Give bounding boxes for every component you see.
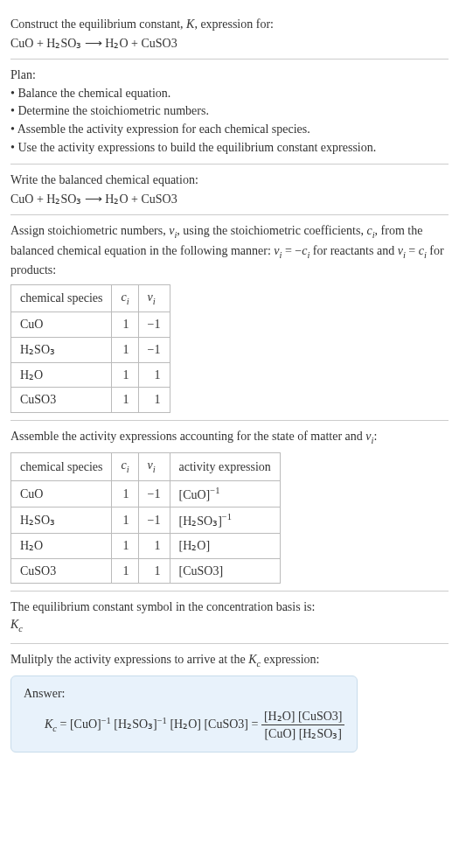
table-header-row: chemical species ci νi activity expressi… xyxy=(11,453,281,480)
cell-vi: −1 xyxy=(138,337,170,362)
col-activity: activity expression xyxy=(170,453,280,480)
multiply-section: Mulitply the activity expressions to arr… xyxy=(10,644,449,752)
activity-text: Assemble the activity expressions accoun… xyxy=(10,428,449,447)
plan-step-4: • Use the activity expressions to build … xyxy=(10,139,449,157)
cell-vi: 1 xyxy=(138,362,170,388)
kc-symbol: Kc xyxy=(10,616,449,635)
plan-step-1: • Balance the chemical equation. xyxy=(10,85,449,102)
cell-vi: 1 xyxy=(138,534,170,559)
col-species: chemical species xyxy=(11,284,112,312)
table-row: CuO 1 −1 [CuO]−1 xyxy=(11,480,281,507)
table-row: H₂SO₃ 1 −1 [H₂SO₃]−1 xyxy=(11,507,281,533)
cell-species: CuO xyxy=(11,480,112,507)
cell-ci: 1 xyxy=(112,507,138,533)
col-vi: νi xyxy=(138,453,170,480)
assign-text: Assign stoichiometric numbers, νi, using… xyxy=(10,222,449,279)
cell-ci: 1 xyxy=(112,312,138,338)
cell-species: CuSO3 xyxy=(11,558,112,584)
col-ci: ci xyxy=(112,453,138,480)
answer-label: Answer: xyxy=(24,685,344,703)
symbol-section: The equilibrium constant symbol in the c… xyxy=(10,592,449,643)
cell-ci: 1 xyxy=(112,388,138,413)
cell-species: H₂SO₃ xyxy=(11,337,112,362)
cell-ci: 1 xyxy=(112,480,138,507)
plan-section: Plan: • Balance the chemical equation. •… xyxy=(10,60,449,164)
table-row: H₂SO₃ 1 −1 xyxy=(11,337,170,362)
answer-frac-num: [H₂O] [CuSO3] xyxy=(261,708,345,726)
cell-activity: [CuO]−1 xyxy=(170,480,280,507)
cell-activity: [H₂O] xyxy=(170,534,280,559)
cell-activity: [H₂SO₃]−1 xyxy=(170,507,280,533)
cell-ci: 1 xyxy=(112,337,138,362)
cell-vi: −1 xyxy=(138,507,170,533)
cell-species: CuO xyxy=(11,312,112,338)
cell-ci: 1 xyxy=(112,534,138,559)
cell-vi: 1 xyxy=(138,558,170,584)
cell-species: H₂SO₃ xyxy=(11,507,112,533)
table-row: H₂O 1 1 xyxy=(11,362,170,388)
intro-section: Construct the equilibrium constant, K, e… xyxy=(10,9,449,60)
table-row: CuSO3 1 1 [CuSO3] xyxy=(11,558,281,584)
answer-frac-den: [CuO] [H₂SO₃] xyxy=(261,725,345,743)
balanced-equation: CuO + H₂SO₃ ⟶ H₂O + CuSO3 xyxy=(10,191,449,208)
plan-step-3: • Assemble the activity expression for e… xyxy=(10,121,449,138)
cell-species: CuSO3 xyxy=(11,388,112,413)
plan-title: Plan: xyxy=(10,66,449,84)
balanced-title: Write the balanced chemical equation: xyxy=(10,172,449,189)
cell-species: H₂O xyxy=(11,362,112,388)
activity-section: Assemble the activity expressions accoun… xyxy=(10,421,449,592)
col-vi: νi xyxy=(138,284,170,312)
assign-section: Assign stoichiometric numbers, νi, using… xyxy=(10,215,449,420)
intro-line1: Construct the equilibrium constant, K, e… xyxy=(10,16,449,33)
cell-vi: −1 xyxy=(138,480,170,507)
intro-equation: CuO + H₂SO₃ ⟶ H₂O + CuSO3 xyxy=(10,35,449,52)
cell-ci: 1 xyxy=(112,362,138,388)
cell-vi: −1 xyxy=(138,312,170,338)
answer-expression: Kc = [CuO]−1 [H₂SO₃]−1 [H₂O] [CuSO3] = [… xyxy=(24,708,344,743)
answer-box: Answer: Kc = [CuO]−1 [H₂SO₃]−1 [H₂O] [Cu… xyxy=(10,676,358,752)
balanced-section: Write the balanced chemical equation: Cu… xyxy=(10,164,449,215)
multiply-text: Mulitply the activity expressions to arr… xyxy=(10,651,449,670)
table-row: CuO 1 −1 xyxy=(11,312,170,338)
activity-table: chemical species ci νi activity expressi… xyxy=(10,452,281,584)
cell-ci: 1 xyxy=(112,558,138,584)
assign-table: chemical species ci νi CuO 1 −1 H₂SO₃ 1 … xyxy=(10,284,170,413)
cell-species: H₂O xyxy=(11,534,112,559)
cell-vi: 1 xyxy=(138,388,170,413)
table-row: CuSO3 1 1 xyxy=(11,388,170,413)
col-species: chemical species xyxy=(11,453,112,480)
col-ci: ci xyxy=(112,284,138,312)
symbol-text: The equilibrium constant symbol in the c… xyxy=(10,598,449,616)
plan-step-2: • Determine the stoichiometric numbers. xyxy=(10,102,449,120)
table-row: H₂O 1 1 [H₂O] xyxy=(11,534,281,559)
cell-activity: [CuSO3] xyxy=(170,558,280,584)
table-header-row: chemical species ci νi xyxy=(11,284,170,312)
